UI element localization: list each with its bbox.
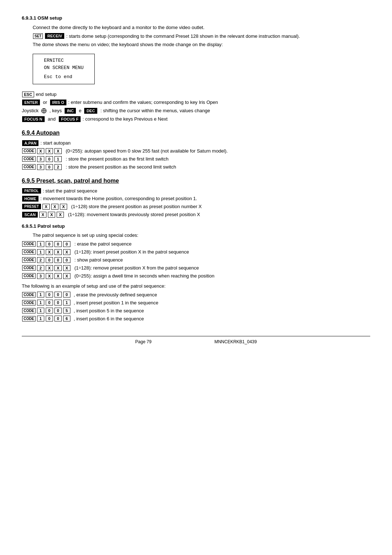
c5-xa: X: [46, 273, 53, 279]
ex2-1c: 1: [63, 300, 70, 305]
preset-xxx-seq: PRESET X X X: [22, 204, 68, 210]
c2-xc: X: [63, 249, 70, 255]
c3-0a: 0: [46, 257, 53, 263]
ex3-1: 1: [37, 308, 44, 313]
scan-xxx-line: SCAN X X X (1÷128): movement towards pre…: [22, 212, 370, 218]
ex1-code: CODE: [22, 292, 36, 297]
ex1-seq: CODE 1 0 0 0: [22, 292, 71, 297]
code-key-3: CODE: [22, 164, 36, 170]
apan-line: A.PAN : start autopan: [22, 140, 370, 146]
sx-key-3: X: [57, 212, 64, 218]
ex1-0c: 0: [63, 292, 70, 297]
code-301-line: CODE 3 0 1 : store the present position …: [22, 156, 370, 162]
code-key-2: CODE: [22, 156, 36, 162]
ex1-desc: , erase the previously defined sequence: [74, 292, 157, 297]
home-desc: : movement towards the Home position, co…: [40, 196, 197, 201]
osm-line2: ON SCREEN MENU: [44, 64, 83, 72]
code-2000-desc: : show patrol sequence: [74, 257, 123, 263]
code-2xxx-seq: CODE 2 X X X: [22, 265, 71, 271]
n3-key-2: 3: [37, 164, 44, 170]
code-xxx-line: CODE X X X (0÷255): autopan speed from 0…: [22, 148, 370, 154]
code-2xxx-line: CODE 2 X X X (1÷128): remove preset posi…: [22, 265, 370, 271]
n1-key: 1: [54, 156, 62, 162]
ex2-line: CODE 1 0 0 1 , insert preset position 1 …: [22, 300, 370, 305]
sx-key-1: X: [39, 212, 46, 218]
osm-line3: Esc to end: [44, 73, 83, 81]
focus-desc-text: : correspond to the keys Previous e Next: [82, 116, 167, 122]
osm-display: ERNITEC ON SCREEN MENU Esc to end: [33, 54, 95, 84]
focus-f-key: FOCUS F: [59, 116, 81, 122]
code-xxx-desc: (0÷255): autopan speed from 0 slow 255 f…: [66, 148, 228, 154]
preset-xxx-line: PRESET X X X (1÷128) store the present p…: [22, 204, 370, 210]
code-3xxx-seq: CODE 3 X X X: [22, 273, 71, 279]
section-695-title: 6.9.5 Preset, scan, patrol and home: [22, 177, 370, 185]
focus-line: FOCUS N and FOCUS F : start the patrol s…: [22, 116, 370, 122]
esc-desc: end setup: [36, 92, 57, 97]
c5-3: 3: [37, 273, 44, 279]
c5-xc: X: [63, 273, 70, 279]
patrol-key: PATROL: [22, 188, 41, 194]
focus-n-key: FOCUS N: [22, 116, 45, 122]
c4-xc: X: [63, 265, 70, 271]
e-text: e: [79, 108, 81, 113]
dec-key: DEC: [84, 108, 97, 114]
c1-0c: 0: [63, 241, 70, 247]
section-6951-title: 6.9.5.1 Patrol setup: [22, 223, 370, 230]
patrol-desc: : start the patrol sequence: [43, 188, 97, 194]
scan-xxx-desc: (1÷128): movement towards previously sto…: [68, 212, 200, 217]
ex4-desc: , insert position 6 in the sequence: [74, 316, 144, 321]
osm-line1: ERNITEC: [44, 57, 83, 65]
scan-xxx-seq: SCAN X X X: [22, 212, 64, 218]
enter-iris-desc: : enter submenu and confirm the values; …: [68, 100, 218, 105]
code-302-seq: CODE 3 0 2: [22, 164, 62, 170]
x-key-1c: X: [54, 148, 62, 154]
n0-key-1: 0: [46, 156, 53, 162]
home-key: HOME: [22, 196, 38, 202]
esc-key: ESC: [22, 92, 34, 97]
ex1-line: CODE 1 0 0 0 , erase the previously defi…: [22, 292, 370, 297]
code-key-1: CODE: [22, 148, 36, 154]
set-key: SET: [33, 33, 43, 39]
c2-xa: X: [46, 249, 53, 255]
code-1xxx-seq: CODE 1 X X X: [22, 249, 71, 255]
code-3xxx-desc: (0÷255): assign a dwell time in seconds …: [74, 273, 215, 279]
ex2-0a: 0: [46, 300, 53, 305]
keys-text: , keys: [49, 108, 62, 113]
ex3-code: CODE: [22, 308, 36, 313]
c3-2: 2: [37, 257, 44, 263]
code-2000-seq: CODE 2 0 0 0: [22, 257, 71, 263]
code-1000-seq: CODE 1 0 0 0: [22, 241, 71, 247]
px-key-1: X: [42, 204, 50, 210]
apan-desc: : start autopan: [40, 140, 70, 146]
or-text: or: [43, 100, 47, 105]
home-line: HOME : movement towards the Home positio…: [22, 196, 370, 202]
c3-0b: 0: [54, 257, 62, 263]
apan-key: A.PAN: [22, 140, 38, 146]
c1-key: CODE: [22, 241, 36, 247]
ex2-code: CODE: [22, 300, 36, 305]
ex2-1: 1: [37, 300, 44, 305]
code-3xxx-line: CODE 3 X X X (0÷255): assign a dwell tim…: [22, 273, 370, 279]
dome-shows-text: The dome shows the menu on video; the ke…: [33, 41, 370, 48]
ex3-desc: , insert position 5 in the sequence: [74, 308, 144, 313]
ex4-0b: 0: [54, 316, 62, 321]
code-2xxx-desc: (1÷128): remove preset position X from t…: [74, 265, 199, 271]
section-693: 6.9.3.1 OSM setup Connect the dome direc…: [22, 15, 370, 122]
c4-xb: X: [54, 265, 62, 271]
svg-point-5: [43, 110, 45, 112]
ex3-0a: 0: [46, 308, 53, 313]
ex3-seq: CODE 1 0 0 5: [22, 308, 71, 313]
sx-key-2: X: [48, 212, 55, 218]
code-1xxx-desc: (1÷128): insert preset position X in the…: [74, 249, 189, 255]
joystick-icon: [41, 108, 47, 114]
set-recv-desc: : starts dome setup (corresponding to th…: [66, 33, 300, 39]
c4-key: CODE: [22, 265, 36, 271]
c1-0a: 0: [46, 241, 53, 247]
ex1-1: 1: [37, 292, 44, 297]
c2-xb: X: [54, 249, 62, 255]
code-301-seq: CODE 3 0 1: [22, 156, 62, 162]
and-text: and: [48, 116, 56, 122]
c4-2: 2: [37, 265, 44, 271]
joystick-desc2: : shifting the cursor within the menus, …: [101, 108, 210, 113]
c1-1: 1: [37, 241, 44, 247]
